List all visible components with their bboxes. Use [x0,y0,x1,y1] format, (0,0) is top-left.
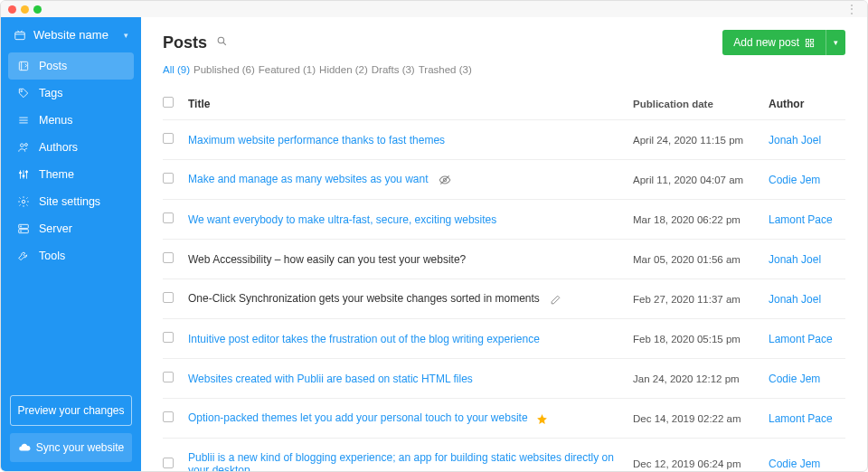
post-date: Mar 18, 2020 06:22 pm [633,214,769,225]
grid-icon [805,38,815,48]
preview-button[interactable]: Preview your changes [10,395,132,426]
svg-point-11 [21,226,22,227]
table-row: One-Click Synchronization gets your webs… [163,279,845,319]
table-row: Websites created with Publii are based o… [163,359,845,399]
sidebar-item-posts[interactable]: Posts [8,52,134,80]
page-title: Posts [163,33,207,52]
sidebar-item-site-settings[interactable]: Site settings [8,188,134,215]
post-author-link[interactable]: Jonah Joel [769,293,821,306]
nav-list: PostsTagsMenusAuthorsThemeSite settingsS… [1,52,141,269]
sidebar-item-label: Tools [39,250,65,262]
minimize-window-button[interactable] [21,5,29,14]
add-post-dropdown[interactable]: ▾ [826,30,845,55]
sidebar-item-authors[interactable]: Authors [8,134,134,161]
column-title[interactable]: Title [188,98,633,110]
filter-all[interactable]: All (9) [163,64,190,75]
sidebar-item-label: Server [39,222,72,235]
svg-point-3 [21,144,24,147]
sync-button[interactable]: Sync your website [10,433,132,462]
add-post-label: Add new post [733,36,799,49]
post-author-link[interactable]: Lamont Pace [769,213,833,226]
row-checkbox[interactable] [163,411,174,422]
post-title-link[interactable]: Websites created with Publii are based o… [188,373,473,385]
post-date: Feb 18, 2020 05:15 pm [633,334,769,345]
user-icon [17,141,30,154]
menu-icon [17,114,30,127]
post-author-link[interactable]: Jonah Joel [769,253,821,266]
row-checkbox[interactable] [163,292,174,303]
site-selector[interactable]: Website name ▾ [1,17,141,52]
post-author-link[interactable]: Codie Jem [769,458,820,470]
sidebar-item-label: Authors [39,141,78,154]
server-icon [17,222,30,235]
post-title-link[interactable]: Web Accessibility – how easily can you t… [188,253,466,266]
row-checkbox[interactable] [163,252,174,263]
post-title-link[interactable]: Option-packed themes let you add your pe… [188,411,528,424]
row-checkbox[interactable] [163,332,174,343]
svg-point-6 [23,175,24,177]
sidebar: Website name ▾ PostsTagsMenusAuthorsThem… [1,17,141,471]
search-button[interactable] [216,35,228,50]
sidebar-item-tools[interactable]: Tools [8,242,134,269]
post-date: Dec 12, 2019 06:24 pm [633,458,769,469]
filter-drafts[interactable]: Drafts (3) [372,64,415,75]
draft-pencil-icon [550,294,561,306]
wrench-icon [17,250,30,262]
table-row: Option-packed themes let you add your pe… [163,399,845,439]
post-author-link[interactable]: Codie Jem [769,373,820,385]
more-menu-icon[interactable]: ⋮ [845,3,860,15]
row-checkbox[interactable] [163,212,174,223]
sidebar-item-tags[interactable]: Tags [8,80,134,107]
svg-point-4 [24,144,27,146]
sidebar-item-label: Posts [39,60,67,72]
sidebar-item-menus[interactable]: Menus [8,107,134,134]
post-title-link[interactable]: Intuitive post editor takes the frustrat… [188,333,540,345]
row-checkbox[interactable] [163,133,174,144]
sidebar-item-label: Site settings [39,195,100,208]
post-date: Dec 14, 2019 02:22 am [633,413,769,424]
post-author-link[interactable]: Lamont Pace [769,412,833,425]
main-content: Posts Add new post ▾ All (9)Published (6… [141,17,867,471]
filter-published[interactable]: Published (6) [193,64,255,75]
select-all-checkbox[interactable] [163,97,174,108]
table-row: Intuitive post editor takes the frustrat… [163,319,845,359]
post-author-link[interactable]: Codie Jem [769,174,820,186]
featured-star-icon [536,413,548,425]
column-date[interactable]: Publication date [633,99,769,109]
close-window-button[interactable] [8,5,16,14]
add-post-group: Add new post ▾ [722,30,845,55]
filter-hidden[interactable]: Hidden (2) [319,64,368,75]
post-date: Mar 05, 2020 01:56 am [633,254,769,265]
svg-point-2 [21,90,23,92]
sidebar-item-label: Theme [39,168,74,181]
add-post-button[interactable]: Add new post [722,30,826,55]
post-author-link[interactable]: Lamont Pace [769,333,833,345]
post-title-link[interactable]: Maximum website performance thanks to fa… [188,134,445,146]
posts-icon [17,60,30,72]
svg-point-13 [218,37,224,43]
column-author[interactable]: Author [769,98,845,110]
svg-rect-17 [810,43,813,46]
row-checkbox[interactable] [163,372,174,382]
post-title-link[interactable]: One-Click Synchronization gets your webs… [188,292,540,305]
status-filters: All (9)Published (6)Featured (1)Hidden (… [163,64,845,75]
cloud-sync-icon [18,441,31,454]
gear-icon [17,195,30,208]
sidebar-item-theme[interactable]: Theme [8,161,134,188]
post-title-link[interactable]: Publii is a new kind of blogging experie… [188,451,614,471]
row-checkbox[interactable] [163,458,174,468]
row-checkbox[interactable] [163,173,174,184]
svg-rect-15 [810,39,813,42]
post-author-link[interactable]: Jonah Joel [769,134,821,146]
svg-point-7 [25,171,27,173]
sidebar-item-server[interactable]: Server [8,215,134,242]
post-title-link[interactable]: We want everybody to make ultra-fast, se… [188,213,496,226]
table-row: Web Accessibility – how easily can you t… [163,240,845,279]
filter-featured[interactable]: Featured (1) [259,64,316,75]
filter-trashed[interactable]: Trashed (3) [419,64,472,75]
hidden-eye-icon [439,174,451,186]
post-title-link[interactable]: Make and manage as many websites as you … [188,173,428,185]
maximize-window-button[interactable] [33,5,42,14]
sync-label: Sync your website [36,441,124,454]
svg-rect-14 [806,39,808,42]
